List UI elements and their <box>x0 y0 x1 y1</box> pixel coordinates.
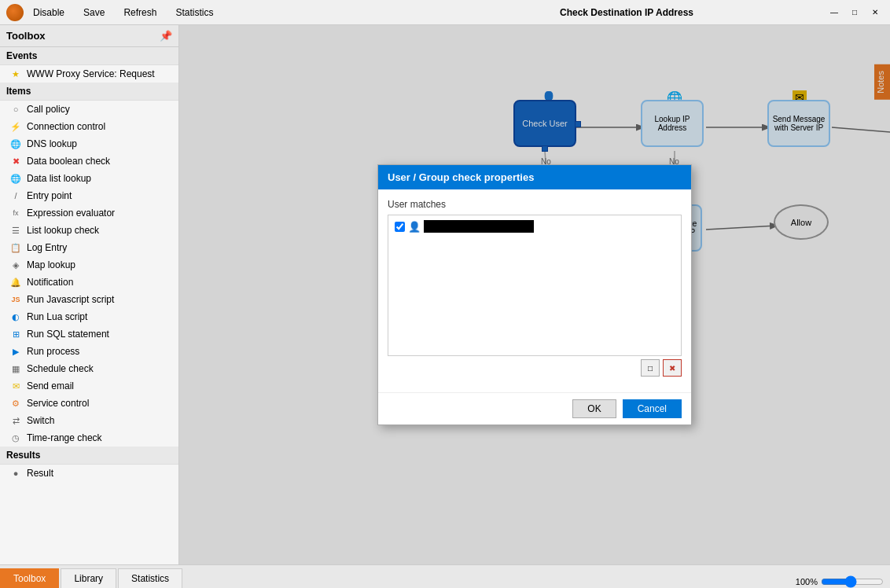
sidebar-item-log-entry[interactable]: 📋 Log Entry <box>0 239 178 256</box>
sidebar-item-dns-lookup[interactable]: 🌐 DNS lookup <box>0 135 178 153</box>
sidebar-item-label: Run process <box>27 346 79 357</box>
dialog-title: User / Group check properties <box>388 171 534 183</box>
menu-statistics[interactable]: Statistics <box>172 6 216 20</box>
tab-library[interactable]: Library <box>61 568 116 588</box>
sidebar-item-call-policy[interactable]: ○ Call policy <box>0 101 178 118</box>
sidebar-item-service-control[interactable]: ⚙ Service control <box>0 395 178 412</box>
sidebar-item-www-proxy[interactable]: ★ WWW Proxy Service: Request <box>0 65 178 83</box>
gear-icon: ⚙ <box>9 397 22 410</box>
sidebar-item-label: Schedule check <box>27 363 94 374</box>
list-icon: ☰ <box>9 224 22 237</box>
sidebar-title: Toolbox <box>6 30 46 42</box>
js-icon: JS <box>9 293 22 306</box>
window-title: Check Destination IP Address <box>428 7 826 18</box>
sidebar-item-run-lua[interactable]: ◐ Run Lua script <box>0 308 178 325</box>
canvas-area[interactable]: 👤 🌐 ✉ ✉ Check User Lookup IP Address Sen… <box>179 25 890 564</box>
menu-bar: Disable Save Refresh Statistics <box>30 6 428 20</box>
sidebar-item-map-lookup[interactable]: ◈ Map lookup <box>0 256 178 274</box>
sidebar-item-run-process[interactable]: ▶ Run process <box>0 343 178 360</box>
tab-statistics[interactable]: Statistics <box>118 568 182 588</box>
title-bar: Disable Save Refresh Statistics Check De… <box>0 0 890 25</box>
sidebar-item-label: WWW Proxy Service: Request <box>27 68 155 79</box>
menu-refresh[interactable]: Refresh <box>120 6 160 20</box>
user-checkbox[interactable] <box>395 222 405 232</box>
maximize-button[interactable]: □ <box>846 5 863 20</box>
status-bar: 100% <box>796 575 890 588</box>
zoom-label: 100% <box>796 577 818 586</box>
sidebar: Toolbox 📌 Events ★ WWW Proxy Service: Re… <box>0 25 179 564</box>
sidebar-item-list-lookup[interactable]: ☰ List lookup check <box>0 222 178 239</box>
sidebar-item-label: List lookup check <box>27 225 99 236</box>
sidebar-item-label: Service control <box>27 398 89 409</box>
bottom-tabs: Toolbox Library Statistics 100% <box>0 564 890 588</box>
sidebar-item-label: Run SQL statement <box>27 329 109 340</box>
sidebar-item-label: DNS lookup <box>27 138 77 149</box>
sidebar-item-label: Call policy <box>27 104 70 115</box>
sidebar-item-data-boolean[interactable]: ✖ Data boolean check <box>0 153 178 170</box>
window-controls: — □ ✕ <box>826 5 884 20</box>
dialog-cancel-button[interactable]: Cancel <box>623 399 682 418</box>
main-layout: Toolbox 📌 Events ★ WWW Proxy Service: Re… <box>0 25 890 564</box>
zoom-slider[interactable] <box>821 575 884 588</box>
play-icon: ▶ <box>9 345 22 358</box>
sidebar-item-label: Entry point <box>27 190 72 201</box>
dialog-list-label: User matches <box>388 199 682 210</box>
sidebar-item-expression-eval[interactable]: fx Expression evaluator <box>0 204 178 222</box>
sidebar-item-label: Expression evaluator <box>27 208 115 219</box>
section-results: Results <box>0 447 178 465</box>
dialog-new-button[interactable]: □ <box>641 359 660 377</box>
sidebar-item-label: Run Javascript script <box>27 294 114 305</box>
sidebar-item-label: Log Entry <box>27 242 67 253</box>
sidebar-item-label: Run Lua script <box>27 311 87 322</box>
user-value <box>424 220 534 233</box>
sidebar-item-label: Data list lookup <box>27 173 91 184</box>
dialog-toolbar: □ ✖ <box>388 356 682 383</box>
sidebar-item-label: Result <box>27 468 53 479</box>
clock-icon: ◷ <box>9 432 22 444</box>
cross-icon: ✖ <box>9 155 22 167</box>
sidebar-item-label: Map lookup <box>27 259 75 270</box>
bell-icon: 🔔 <box>9 276 22 288</box>
sidebar-item-schedule-check[interactable]: ▦ Schedule check <box>0 360 178 377</box>
sidebar-item-label: Time-range check <box>27 432 102 443</box>
menu-disable[interactable]: Disable <box>30 6 68 20</box>
map-icon: ◈ <box>9 259 22 271</box>
sidebar-item-notification[interactable]: 🔔 Notification <box>0 274 178 291</box>
sidebar-item-label: Notification <box>27 277 73 288</box>
section-events: Events <box>0 47 178 65</box>
sidebar-item-run-js[interactable]: JS Run Javascript script <box>0 291 178 308</box>
switch-icon: ⇄ <box>9 414 22 427</box>
sidebar-item-entry-point[interactable]: / Entry point <box>0 187 178 204</box>
app-logo <box>6 4 24 21</box>
star-icon: ★ <box>9 68 22 80</box>
circle-icon: ○ <box>9 103 22 116</box>
dialog-delete-button[interactable]: ✖ <box>663 359 682 377</box>
pin-icon[interactable]: 📌 <box>160 30 172 42</box>
menu-save[interactable]: Save <box>80 6 108 20</box>
dialog-user-list[interactable]: 👤 <box>388 215 682 356</box>
sql-icon: ⊞ <box>9 328 22 340</box>
lua-icon: ◐ <box>9 311 22 323</box>
globe2-icon: 🌐 <box>9 172 22 185</box>
clipboard-icon: 📋 <box>9 241 22 254</box>
sidebar-item-label: Switch <box>27 415 54 426</box>
dot-icon: ● <box>9 467 22 480</box>
dialog-ok-button[interactable]: OK <box>572 399 616 418</box>
section-items: Items <box>0 83 178 101</box>
sidebar-item-label: Data boolean check <box>27 156 110 167</box>
sidebar-item-result[interactable]: ● Result <box>0 465 178 482</box>
sidebar-item-run-sql[interactable]: ⊞ Run SQL statement <box>0 325 178 343</box>
minimize-button[interactable]: — <box>826 5 843 20</box>
dialog-overlay: User / Group check properties User match… <box>179 25 890 564</box>
dialog-user-group-check: User / Group check properties User match… <box>377 164 692 425</box>
sidebar-item-send-email[interactable]: ✉ Send email <box>0 377 178 395</box>
sidebar-item-connection-control[interactable]: ⚡ Connection control <box>0 118 178 135</box>
lightning-icon: ⚡ <box>9 120 22 133</box>
sidebar-item-time-range[interactable]: ◷ Time-range check <box>0 429 178 447</box>
sidebar-item-switch[interactable]: ⇄ Switch <box>0 412 178 429</box>
globe-icon: 🌐 <box>9 138 22 150</box>
tab-toolbox[interactable]: Toolbox <box>0 568 59 588</box>
sidebar-item-data-list[interactable]: 🌐 Data list lookup <box>0 170 178 187</box>
close-button[interactable]: ✕ <box>866 5 884 20</box>
schedule-icon: ▦ <box>9 362 22 375</box>
